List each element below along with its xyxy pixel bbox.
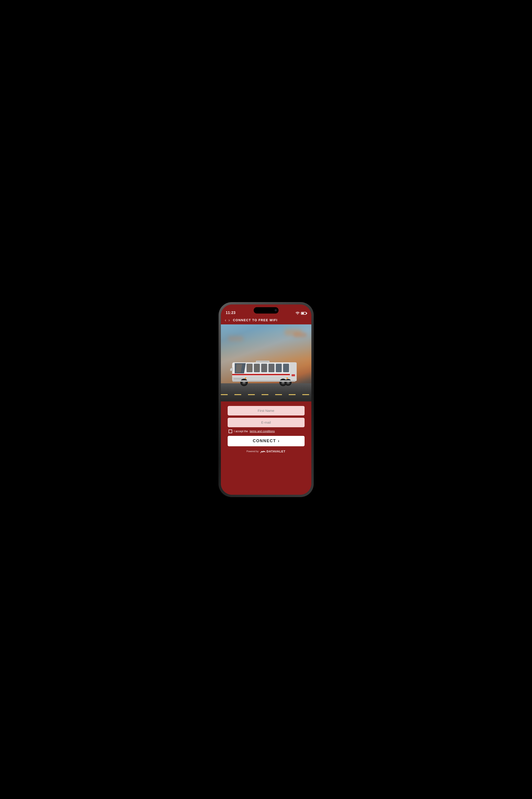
status-icons: [296, 312, 306, 315]
nav-arrows: ‹ ›: [225, 318, 230, 322]
form-section: I accept the terms and conditions CONNEC…: [221, 401, 311, 495]
svg-rect-13: [232, 374, 297, 375]
email-input[interactable]: [228, 418, 305, 427]
svg-rect-7: [276, 364, 282, 372]
svg-rect-19: [233, 379, 243, 379]
svg-point-27: [244, 382, 245, 383]
svg-rect-21: [291, 374, 295, 376]
powered-by-text: Powered by:: [246, 450, 259, 453]
terms-row: I accept the terms and conditions: [228, 430, 305, 433]
dynamic-island: [254, 307, 279, 313]
connect-arrow-icon: ›: [278, 439, 279, 443]
nav-title: CONNECT TO FREE WIFI: [233, 318, 278, 322]
svg-rect-23: [286, 378, 288, 379]
svg-point-0: [297, 314, 298, 315]
svg-rect-20: [290, 362, 297, 381]
first-name-input[interactable]: [228, 406, 305, 416]
datavalet-name: DATAVALET: [267, 450, 286, 453]
phone-screen: 11:23 ‹ › CONN: [221, 305, 311, 495]
nav-bar: ‹ › CONNECT TO FREE WIFI: [221, 316, 311, 324]
forward-arrow[interactable]: ›: [229, 318, 230, 322]
svg-rect-35: [232, 380, 295, 382]
datavalet-logo: DATAVALET: [261, 450, 286, 454]
svg-rect-9: [247, 364, 252, 372]
bus-svg: [225, 354, 307, 388]
svg-rect-12: [269, 364, 274, 372]
battery-icon: [301, 312, 306, 315]
svg-rect-37: [256, 361, 269, 362]
datavalet-waves-icon: [261, 450, 265, 454]
status-time: 11:23: [226, 311, 235, 315]
road-line: [221, 394, 311, 395]
svg-rect-8: [283, 364, 289, 372]
back-arrow[interactable]: ‹: [225, 318, 226, 322]
battery-fill: [302, 313, 304, 314]
connect-button[interactable]: CONNECT ›: [228, 436, 305, 446]
svg-rect-18: [233, 378, 243, 379]
svg-point-31: [282, 382, 284, 383]
terms-checkbox[interactable]: [229, 430, 232, 433]
terms-text: I accept the: [234, 430, 248, 433]
connect-label: CONNECT: [253, 439, 276, 443]
wifi-icon: [296, 312, 300, 315]
camera-dot: [275, 309, 277, 311]
svg-rect-11: [261, 364, 267, 372]
phone-frame: 11:23 ‹ › CONN: [218, 302, 314, 497]
powered-by: Powered by: DATAVALET: [246, 450, 285, 454]
cloud-2: [293, 332, 307, 337]
hero-image: [221, 324, 311, 401]
cloud-3: [228, 336, 244, 341]
svg-rect-10: [254, 364, 259, 372]
terms-link[interactable]: terms and conditions: [250, 430, 275, 433]
svg-rect-22: [245, 378, 246, 379]
